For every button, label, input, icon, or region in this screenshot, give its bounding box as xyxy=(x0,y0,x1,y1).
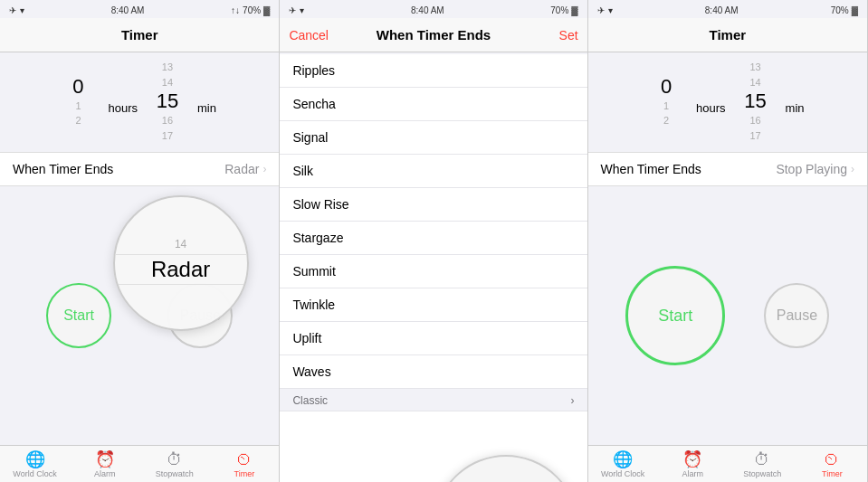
section-classic-arrow: › xyxy=(571,394,575,407)
mins-selected-3: 15 xyxy=(744,90,766,113)
airplane-icon: ✈ xyxy=(9,5,16,15)
mag-above: 14 xyxy=(115,234,247,254)
status-time-2: 8:40 AM xyxy=(411,5,444,15)
timer-ends-row-1[interactable]: When Timer Ends Radar › xyxy=(0,152,279,186)
tab-stopwatch-1[interactable]: ⏱ Stopwatch xyxy=(152,451,197,478)
mins-below-1: 16 xyxy=(162,113,173,128)
tab-timer-3[interactable]: ⏲ Timer xyxy=(809,451,854,478)
list-item-sencha[interactable]: Sencha xyxy=(280,88,587,121)
mins-above-1: 13 xyxy=(162,60,173,75)
tab-timer-label-1: Timer xyxy=(234,469,254,478)
wifi-icon: ▾ xyxy=(20,5,24,15)
screen1: ✈ ▾ 8:40 AM ↑↓ 70% ▓ Timer 0 1 2 hours 1… xyxy=(0,0,280,482)
tab-bar-1: 🌐 World Clock ⏰ Alarm ⏱ Stopwatch ⏲ Time… xyxy=(0,445,279,482)
status-right-1: ↑↓ 70% ▓ xyxy=(231,5,270,15)
status-left-2: ✈ ▾ xyxy=(289,5,304,15)
picker-1[interactable]: 0 1 2 hours 13 14 15 16 17 min xyxy=(0,52,279,146)
mag-selected: Radar xyxy=(115,255,247,284)
nav-title-3: Timer xyxy=(710,27,747,43)
list-item-twinkle[interactable]: Twinkle xyxy=(280,288,587,322)
tab-alarm-1[interactable]: ⏰ Alarm xyxy=(82,451,128,478)
battery-icon-1: ▓ xyxy=(263,5,270,15)
timer-icon-3: ⏲ xyxy=(824,451,840,468)
mins-below-2: 17 xyxy=(162,128,173,144)
mins-col-3[interactable]: 13 14 15 16 17 xyxy=(733,60,778,143)
battery-2: 70% xyxy=(550,5,568,15)
tab-stopwatch-label-1: Stopwatch xyxy=(156,469,194,478)
tab-timer-1[interactable]: ⏲ Timer xyxy=(222,451,267,478)
list-item-uplift[interactable]: Uplift xyxy=(280,322,587,355)
mins-col[interactable]: 13 14 15 16 17 xyxy=(145,60,190,143)
tab-alarm-label-1: Alarm xyxy=(94,469,116,478)
worldclock-icon-3: 🌐 xyxy=(613,451,633,468)
hours-col-3[interactable]: 0 1 2 xyxy=(644,75,689,128)
list-item-stargaze[interactable]: Stargaze xyxy=(280,222,587,255)
status-right-2: 70% ▓ xyxy=(550,5,577,15)
battery-1: 70% xyxy=(243,5,261,15)
chevron-right-icon-3: › xyxy=(851,163,854,175)
start-button-1[interactable]: Start xyxy=(46,283,111,348)
mins-selected: 15 xyxy=(157,90,178,113)
set-button[interactable]: Set xyxy=(559,28,578,43)
tab-alarm-3[interactable]: ⏰ Alarm xyxy=(670,451,715,478)
tab-timer-label-3: Timer xyxy=(822,469,843,478)
screen3: ✈ ▾ 8:40 AM 70% ▓ Timer 0 1 2 hours 13 1… xyxy=(588,0,868,482)
timer-ends-value-3: Stop Playing › xyxy=(776,162,854,176)
timer-icon-1: ⏲ xyxy=(236,451,253,468)
status-bar-3: ✈ ▾ 8:40 AM 70% ▓ xyxy=(588,0,867,18)
timer-ends-value-1: Radar › xyxy=(224,162,266,176)
timer-sounds-list: Ripples Sencha Signal Silk Slow Rise Sta… xyxy=(280,54,587,482)
tab-bar-3: 🌐 World Clock ⏰ Alarm ⏱ Stopwatch ⏲ Time… xyxy=(588,445,867,482)
status-left-1: ✈ ▾ xyxy=(9,5,24,15)
list-item-ripples[interactable]: Ripples xyxy=(280,54,587,88)
list-item-signal[interactable]: Signal xyxy=(280,121,587,155)
tab-stopwatch-label-3: Stopwatch xyxy=(743,469,781,478)
timer-ends-row-3[interactable]: When Timer Ends Stop Playing › xyxy=(588,152,867,186)
hours-below-2: 2 xyxy=(75,113,81,128)
hours-selected-3: 0 xyxy=(661,75,672,99)
list-item-silk[interactable]: Silk xyxy=(280,155,587,188)
battery-icon-3: ▓ xyxy=(852,5,858,15)
list-item-summit[interactable]: Summit xyxy=(280,255,587,288)
worldclock-icon-1: 🌐 xyxy=(25,451,45,468)
nav-bar-3: Timer xyxy=(588,18,867,52)
mag-below xyxy=(115,285,247,292)
mins-above-2: 14 xyxy=(162,75,173,90)
stopwatch-icon-1: ⏱ xyxy=(167,451,183,468)
alarm-icon-3: ⏰ xyxy=(682,451,702,468)
pause-button-3[interactable]: Pause xyxy=(764,283,829,348)
signal-icon-1: ↑↓ xyxy=(231,5,240,15)
status-bar-1: ✈ ▾ 8:40 AM ↑↓ 70% ▓ xyxy=(0,0,279,18)
status-right-3: 70% ▓ xyxy=(831,5,858,15)
timer-ends-label-1: When Timer Ends xyxy=(13,162,113,176)
wifi-icon-3: ▾ xyxy=(608,5,613,15)
hours-label: hours xyxy=(100,89,145,115)
start-button-3[interactable]: Start xyxy=(625,266,725,365)
alarm-icon-1: ⏰ xyxy=(95,451,115,468)
picker-3[interactable]: 0 1 2 hours 13 14 15 16 17 min xyxy=(588,52,867,146)
nav-bar-1: Timer xyxy=(0,18,279,52)
airplane-icon-3: ✈ xyxy=(597,5,605,15)
screen2: ✈ ▾ 8:40 AM 70% ▓ Cancel When Timer Ends… xyxy=(280,0,587,482)
hours-selected: 0 xyxy=(72,75,83,99)
status-time-3: 8:40 AM xyxy=(705,5,739,15)
tab-stopwatch-3[interactable]: ⏱ Stopwatch xyxy=(739,451,785,478)
stopwatch-icon-3: ⏱ xyxy=(754,451,770,468)
tab-worldclock-1[interactable]: 🌐 World Clock xyxy=(13,451,58,478)
nav-bar-2: Cancel When Timer Ends Set xyxy=(280,18,587,52)
hours-col[interactable]: 0 1 2 xyxy=(55,75,100,128)
mins-label: min xyxy=(190,89,224,115)
hours-below-1: 1 xyxy=(75,99,81,114)
tab-worldclock-label-3: World Clock xyxy=(601,469,644,478)
battery-3: 70% xyxy=(831,5,849,15)
status-bar-2: ✈ ▾ 8:40 AM 70% ▓ xyxy=(280,0,587,18)
hours-label-3: hours xyxy=(689,89,733,115)
list-item-slow-rise[interactable]: Slow Rise xyxy=(280,188,587,222)
tab-worldclock-label-1: World Clock xyxy=(13,469,56,478)
chevron-right-icon-1: › xyxy=(262,163,266,175)
section-classic: Classic › xyxy=(280,389,587,411)
cancel-button[interactable]: Cancel xyxy=(289,28,329,43)
tab-worldclock-3[interactable]: 🌐 World Clock xyxy=(600,451,645,478)
wifi-icon-2: ▾ xyxy=(300,5,304,15)
list-item-waves[interactable]: Waves xyxy=(280,355,587,389)
